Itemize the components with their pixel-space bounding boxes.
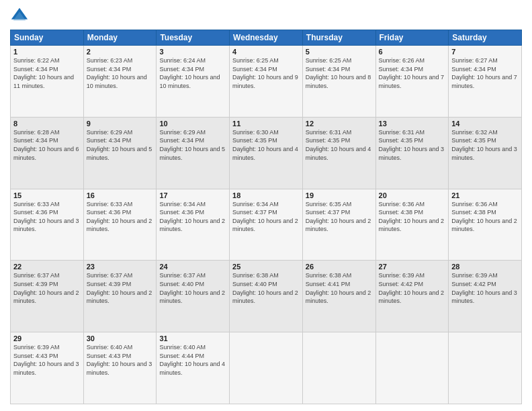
calendar-cell: 24 Sunrise: 6:37 AMSunset: 4:40 PMDaylig… bbox=[157, 261, 230, 332]
calendar-cell: 22 Sunrise: 6:37 AMSunset: 4:39 PMDaylig… bbox=[11, 261, 84, 332]
day-number: 13 bbox=[379, 120, 446, 128]
day-number: 4 bbox=[232, 48, 300, 56]
day-info: Sunrise: 6:39 AMSunset: 4:42 PMDaylight:… bbox=[379, 272, 445, 304]
day-info: Sunrise: 6:40 AMSunset: 4:44 PMDaylight:… bbox=[159, 344, 225, 376]
day-info: Sunrise: 6:39 AMSunset: 4:43 PMDaylight:… bbox=[13, 344, 79, 376]
calendar-week-2: 8 Sunrise: 6:28 AMSunset: 4:34 PMDayligh… bbox=[11, 117, 522, 189]
calendar-cell: 7 Sunrise: 6:27 AMSunset: 4:34 PMDayligh… bbox=[449, 46, 522, 118]
page: SundayMondayTuesdayWednesdayThursdayFrid… bbox=[0, 0, 532, 411]
day-info: Sunrise: 6:38 AMSunset: 4:41 PMDaylight:… bbox=[306, 272, 371, 304]
day-info: Sunrise: 6:30 AMSunset: 4:35 PMDaylight:… bbox=[232, 129, 298, 161]
calendar-cell: 5 Sunrise: 6:25 AMSunset: 4:34 PMDayligh… bbox=[302, 46, 375, 118]
day-number: 20 bbox=[379, 191, 446, 199]
day-number: 3 bbox=[159, 48, 226, 56]
day-number: 8 bbox=[13, 120, 81, 128]
day-info: Sunrise: 6:22 AMSunset: 4:34 PMDaylight:… bbox=[13, 57, 74, 89]
day-info: Sunrise: 6:32 AMSunset: 4:35 PMDaylight:… bbox=[451, 129, 517, 161]
calendar-cell: 13 Sunrise: 6:31 AMSunset: 4:35 PMDaylig… bbox=[375, 117, 449, 189]
calendar-cell: 25 Sunrise: 6:38 AMSunset: 4:40 PMDaylig… bbox=[230, 261, 303, 332]
day-info: Sunrise: 6:36 AMSunset: 4:38 PMDaylight:… bbox=[451, 201, 517, 233]
day-number: 19 bbox=[306, 191, 373, 199]
logo bbox=[10, 7, 32, 26]
calendar-dow-monday: Monday bbox=[83, 30, 157, 46]
calendar-week-4: 22 Sunrise: 6:37 AMSunset: 4:39 PMDaylig… bbox=[11, 261, 522, 332]
calendar-cell bbox=[302, 332, 375, 404]
day-number: 5 bbox=[306, 48, 373, 56]
calendar-cell: 17 Sunrise: 6:34 AMSunset: 4:36 PMDaylig… bbox=[157, 189, 230, 261]
calendar-cell: 18 Sunrise: 6:34 AMSunset: 4:37 PMDaylig… bbox=[230, 189, 303, 261]
calendar-cell: 6 Sunrise: 6:26 AMSunset: 4:34 PMDayligh… bbox=[375, 46, 449, 118]
day-info: Sunrise: 6:35 AMSunset: 4:37 PMDaylight:… bbox=[306, 201, 371, 233]
day-number: 15 bbox=[13, 191, 81, 199]
calendar-cell: 9 Sunrise: 6:29 AMSunset: 4:34 PMDayligh… bbox=[83, 117, 157, 189]
calendar-dow-saturday: Saturday bbox=[449, 30, 522, 46]
day-info: Sunrise: 6:37 AMSunset: 4:39 PMDaylight:… bbox=[87, 272, 152, 304]
calendar-dow-sunday: Sunday bbox=[11, 30, 84, 46]
day-info: Sunrise: 6:23 AMSunset: 4:34 PMDaylight:… bbox=[87, 57, 147, 89]
day-info: Sunrise: 6:29 AMSunset: 4:34 PMDaylight:… bbox=[159, 129, 225, 161]
calendar-cell: 31 Sunrise: 6:40 AMSunset: 4:44 PMDaylig… bbox=[157, 332, 230, 404]
day-info: Sunrise: 6:27 AMSunset: 4:34 PMDaylight:… bbox=[451, 57, 517, 89]
calendar-dow-tuesday: Tuesday bbox=[157, 30, 230, 46]
calendar-cell: 20 Sunrise: 6:36 AMSunset: 4:38 PMDaylig… bbox=[375, 189, 449, 261]
calendar-cell: 1 Sunrise: 6:22 AMSunset: 4:34 PMDayligh… bbox=[11, 46, 84, 118]
day-number: 27 bbox=[379, 263, 446, 271]
calendar-cell: 29 Sunrise: 6:39 AMSunset: 4:43 PMDaylig… bbox=[11, 332, 84, 404]
calendar-week-1: 1 Sunrise: 6:22 AMSunset: 4:34 PMDayligh… bbox=[11, 46, 522, 118]
calendar-cell: 19 Sunrise: 6:35 AMSunset: 4:37 PMDaylig… bbox=[302, 189, 375, 261]
day-info: Sunrise: 6:40 AMSunset: 4:43 PMDaylight:… bbox=[87, 344, 152, 376]
calendar-cell: 11 Sunrise: 6:30 AMSunset: 4:35 PMDaylig… bbox=[230, 117, 303, 189]
day-number: 10 bbox=[159, 120, 226, 128]
calendar-table: SundayMondayTuesdayWednesdayThursdayFrid… bbox=[10, 30, 522, 404]
calendar-cell bbox=[449, 332, 522, 404]
calendar-week-3: 15 Sunrise: 6:33 AMSunset: 4:36 PMDaylig… bbox=[11, 189, 522, 261]
day-info: Sunrise: 6:25 AMSunset: 4:34 PMDaylight:… bbox=[232, 57, 298, 89]
day-info: Sunrise: 6:34 AMSunset: 4:36 PMDaylight:… bbox=[159, 201, 225, 233]
day-info: Sunrise: 6:31 AMSunset: 4:35 PMDaylight:… bbox=[306, 129, 371, 161]
day-number: 17 bbox=[159, 191, 226, 199]
day-info: Sunrise: 6:24 AMSunset: 4:34 PMDaylight:… bbox=[159, 57, 220, 89]
header bbox=[10, 7, 522, 26]
day-number: 30 bbox=[87, 334, 154, 342]
day-number: 29 bbox=[13, 334, 81, 342]
calendar-week-5: 29 Sunrise: 6:39 AMSunset: 4:43 PMDaylig… bbox=[11, 332, 522, 404]
day-info: Sunrise: 6:33 AMSunset: 4:36 PMDaylight:… bbox=[13, 201, 79, 233]
day-info: Sunrise: 6:28 AMSunset: 4:34 PMDaylight:… bbox=[13, 129, 79, 161]
day-number: 9 bbox=[87, 120, 154, 128]
day-info: Sunrise: 6:29 AMSunset: 4:34 PMDaylight:… bbox=[87, 129, 152, 161]
calendar-cell: 10 Sunrise: 6:29 AMSunset: 4:34 PMDaylig… bbox=[157, 117, 230, 189]
day-number: 25 bbox=[232, 263, 300, 271]
calendar-cell: 27 Sunrise: 6:39 AMSunset: 4:42 PMDaylig… bbox=[375, 261, 449, 332]
day-number: 7 bbox=[451, 48, 519, 56]
day-info: Sunrise: 6:34 AMSunset: 4:37 PMDaylight:… bbox=[232, 201, 298, 233]
day-info: Sunrise: 6:38 AMSunset: 4:40 PMDaylight:… bbox=[232, 272, 298, 304]
day-info: Sunrise: 6:37 AMSunset: 4:39 PMDaylight:… bbox=[13, 272, 79, 304]
day-info: Sunrise: 6:36 AMSunset: 4:38 PMDaylight:… bbox=[379, 201, 445, 233]
calendar-cell bbox=[230, 332, 303, 404]
day-number: 6 bbox=[379, 48, 446, 56]
calendar-cell: 30 Sunrise: 6:40 AMSunset: 4:43 PMDaylig… bbox=[83, 332, 157, 404]
calendar-cell: 16 Sunrise: 6:33 AMSunset: 4:36 PMDaylig… bbox=[83, 189, 157, 261]
calendar-cell: 28 Sunrise: 6:39 AMSunset: 4:42 PMDaylig… bbox=[449, 261, 522, 332]
calendar-cell: 26 Sunrise: 6:38 AMSunset: 4:41 PMDaylig… bbox=[302, 261, 375, 332]
logo-icon bbox=[10, 7, 29, 26]
calendar-dow-friday: Friday bbox=[375, 30, 449, 46]
day-info: Sunrise: 6:37 AMSunset: 4:40 PMDaylight:… bbox=[159, 272, 225, 304]
calendar-cell: 15 Sunrise: 6:33 AMSunset: 4:36 PMDaylig… bbox=[11, 189, 84, 261]
calendar-header-row: SundayMondayTuesdayWednesdayThursdayFrid… bbox=[11, 30, 522, 46]
calendar-cell bbox=[375, 332, 449, 404]
calendar-cell: 23 Sunrise: 6:37 AMSunset: 4:39 PMDaylig… bbox=[83, 261, 157, 332]
day-number: 16 bbox=[87, 191, 154, 199]
day-number: 23 bbox=[87, 263, 154, 271]
day-info: Sunrise: 6:33 AMSunset: 4:36 PMDaylight:… bbox=[87, 201, 152, 233]
calendar-dow-wednesday: Wednesday bbox=[230, 30, 303, 46]
day-number: 14 bbox=[451, 120, 519, 128]
day-number: 24 bbox=[159, 263, 226, 271]
day-number: 2 bbox=[87, 48, 154, 56]
calendar-cell: 4 Sunrise: 6:25 AMSunset: 4:34 PMDayligh… bbox=[230, 46, 303, 118]
calendar-cell: 14 Sunrise: 6:32 AMSunset: 4:35 PMDaylig… bbox=[449, 117, 522, 189]
day-number: 28 bbox=[451, 263, 519, 271]
day-number: 21 bbox=[451, 191, 519, 199]
day-number: 11 bbox=[232, 120, 300, 128]
day-number: 26 bbox=[306, 263, 373, 271]
